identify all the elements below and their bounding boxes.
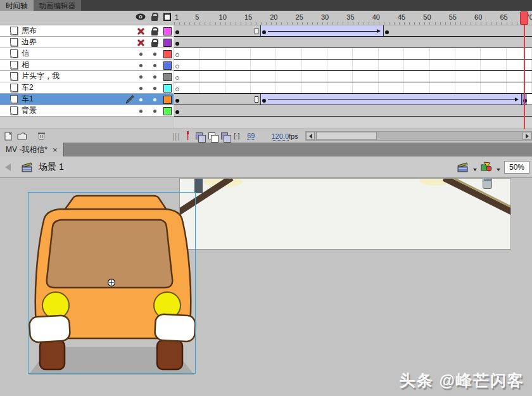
scrollbar-thumb[interactable]	[316, 132, 377, 140]
keyframe-dot	[175, 42, 179, 46]
layer-lock-toggle[interactable]	[148, 94, 161, 105]
static-span[interactable]	[174, 105, 532, 116]
layer-color-swatch	[163, 73, 172, 81]
frame-row-车1[interactable]	[174, 94, 532, 105]
selection-bounding-box[interactable]	[28, 192, 196, 374]
static-span[interactable]	[174, 37, 532, 48]
layer-visibility-toggle[interactable]	[134, 82, 147, 94]
onion-skin-outlines-icon[interactable]	[208, 132, 215, 139]
layer-visibility-toggle[interactable]	[134, 48, 147, 60]
frame-row-边界[interactable]	[174, 37, 532, 48]
frame-rate-unit: fps	[289, 132, 298, 140]
layer-visibility-toggle[interactable]	[134, 105, 147, 117]
frame-ruler[interactable]: 1510152025303540455055606570	[174, 11, 532, 25]
layer-lock-toggle[interactable]	[148, 48, 161, 60]
ruler-number: 40	[372, 13, 380, 21]
layer-row-车2[interactable]: 车2	[0, 82, 174, 94]
scroll-left-arrow[interactable]	[306, 132, 315, 140]
edit-symbols-dropdown-icon[interactable]	[497, 169, 500, 171]
edit-multiple-frames-icon[interactable]	[221, 132, 228, 139]
layer-icon	[10, 38, 18, 46]
flash-editor-window: 时间轴 动画编辑器 黑布边界信相片头字，我车2车1背景 15101520	[0, 0, 532, 396]
edit-scene-dropdown-icon[interactable]	[473, 169, 477, 171]
layer-visibility-toggle[interactable]	[134, 94, 147, 105]
keyframe-dot	[262, 99, 266, 103]
scene-name[interactable]: 场景 1	[39, 162, 64, 173]
layer-row-黑布[interactable]: 黑布	[0, 25, 174, 37]
tween-span[interactable]	[261, 94, 522, 105]
layer-visibility-toggle[interactable]	[134, 25, 147, 37]
frame-row-背景[interactable]	[174, 105, 532, 117]
layer-icon	[10, 84, 18, 92]
layer-row-边界[interactable]: 边界	[0, 37, 174, 48]
current-frame-value[interactable]: 69	[247, 132, 255, 140]
new-layer-button[interactable]	[4, 131, 13, 141]
layer-name: 黑布	[22, 25, 37, 36]
tab-timeline[interactable]: 时间轴	[0, 0, 34, 11]
layer-row-相[interactable]: 相	[0, 60, 174, 71]
center-frame-icon[interactable]	[186, 131, 190, 141]
layer-outline-color[interactable]	[161, 82, 174, 94]
layer-outline-color[interactable]	[161, 37, 174, 48]
ruler-number: 45	[398, 13, 405, 21]
layer-visibility-toggle[interactable]	[134, 71, 147, 82]
ruler-number: 50	[423, 13, 431, 21]
layer-lock-toggle[interactable]	[148, 82, 161, 94]
layer-row-信[interactable]: 信	[0, 48, 174, 60]
playhead-line[interactable]	[524, 24, 525, 129]
frame-row-车2[interactable]	[174, 82, 532, 94]
layer-outline-color[interactable]	[161, 105, 174, 117]
document-tab[interactable]: MV -我相信* ×	[0, 143, 64, 156]
stage-canvas[interactable]	[179, 178, 511, 250]
layer-visibility-toggle[interactable]	[134, 37, 147, 48]
show-hide-all-icon[interactable]	[136, 13, 146, 20]
stage-pasteboard[interactable]: 头条 @峰芒闪客	[0, 178, 532, 396]
tab-motion-editor[interactable]: 动画编辑器	[34, 0, 82, 11]
lock-all-icon[interactable]	[151, 16, 158, 21]
layer-lock-toggle[interactable]	[148, 37, 161, 48]
frame-row-相[interactable]	[174, 60, 532, 71]
layer-visibility-toggle[interactable]	[134, 60, 147, 71]
edit-bar: 场景 1 50%	[0, 156, 532, 178]
layer-row-车1[interactable]: 车1	[0, 94, 174, 105]
layer-lock-toggle[interactable]	[148, 71, 161, 82]
frame-row-片头字，我[interactable]	[174, 71, 532, 82]
static-span[interactable]	[174, 94, 261, 105]
layer-icon	[10, 72, 18, 80]
layer-row-背景[interactable]: 背景	[0, 105, 174, 117]
layer-name: 背景	[22, 105, 37, 116]
playhead-handle[interactable]	[520, 11, 528, 25]
layer-color-swatch	[163, 107, 172, 115]
tween-span[interactable]	[261, 25, 384, 36]
layer-outline-color[interactable]	[161, 94, 174, 105]
outline-all-icon[interactable]	[163, 13, 171, 21]
layer-lock-toggle[interactable]	[148, 105, 161, 117]
static-span[interactable]	[384, 25, 532, 36]
layer-color-swatch	[163, 27, 172, 35]
layer-lock-toggle[interactable]	[148, 60, 161, 71]
static-span[interactable]	[174, 25, 261, 36]
layer-outline-color[interactable]	[161, 71, 174, 82]
layer-outline-color[interactable]	[161, 48, 174, 60]
frame-row-黑布[interactable]	[174, 25, 532, 37]
close-icon[interactable]: ×	[53, 145, 58, 155]
layer-outline-color[interactable]	[161, 25, 174, 37]
scroll-right-arrow[interactable]	[522, 132, 531, 140]
timeline-hscrollbar[interactable]	[305, 131, 532, 141]
modify-markers-icon[interactable]: [·]	[234, 132, 239, 139]
frame-row-信[interactable]	[174, 48, 532, 60]
new-folder-button[interactable]	[17, 132, 27, 141]
ruler-number: 35	[346, 13, 354, 21]
edit-symbols-button[interactable]	[481, 162, 493, 172]
back-arrow-icon[interactable]	[5, 163, 11, 171]
layer-row-片头字，我[interactable]: 片头字，我	[0, 71, 174, 82]
ruler-number: 65	[500, 13, 507, 21]
zoom-level-input[interactable]: 50%	[504, 161, 529, 174]
onion-skin-icon[interactable]	[196, 132, 203, 139]
edit-scene-button[interactable]	[457, 162, 469, 172]
frame-rate-value[interactable]: 120.0	[272, 132, 289, 141]
unlocked-dot-icon	[153, 64, 156, 67]
delete-layer-button[interactable]	[37, 131, 46, 141]
layer-lock-toggle[interactable]	[148, 25, 161, 37]
layer-outline-color[interactable]	[161, 60, 174, 71]
